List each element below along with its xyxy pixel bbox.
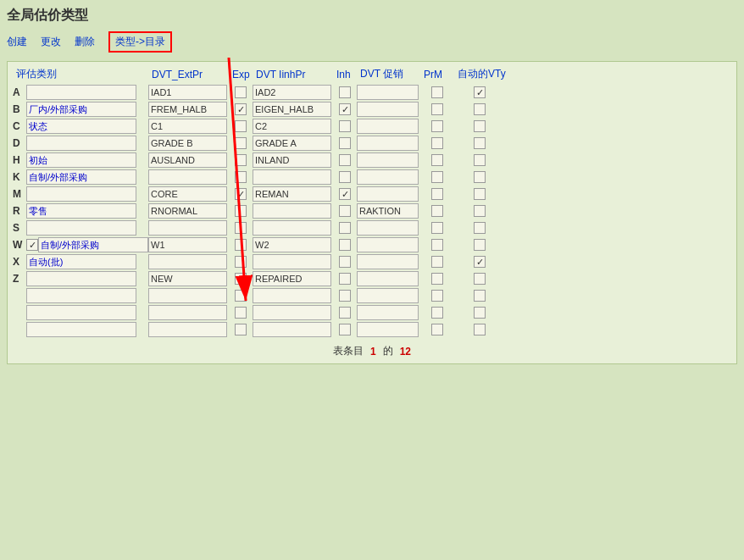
row-label-input[interactable] — [26, 322, 136, 337]
exp-checkbox[interactable] — [235, 239, 247, 251]
dvext-input[interactable] — [148, 220, 227, 236]
exp-checkbox[interactable] — [235, 307, 247, 319]
dvprom-input[interactable] — [357, 305, 419, 320]
inh-checkbox[interactable] — [339, 222, 351, 234]
prm-checkbox[interactable] — [431, 290, 443, 302]
dvext-input[interactable] — [148, 254, 227, 269]
auto-checkbox[interactable] — [474, 137, 486, 149]
row-label-input[interactable] — [26, 136, 136, 151]
dvext-input[interactable] — [148, 237, 227, 252]
exp-checkbox[interactable] — [235, 171, 247, 183]
row-label-input[interactable] — [26, 102, 136, 117]
dvinh-input[interactable] — [253, 136, 331, 151]
dvinh-input[interactable] — [253, 288, 331, 303]
exp-checkbox[interactable] — [235, 324, 247, 335]
row-label-input[interactable] — [26, 169, 136, 185]
inh-checkbox[interactable] — [339, 154, 351, 166]
prm-checkbox[interactable] — [431, 103, 443, 115]
prm-checkbox[interactable] — [431, 171, 443, 183]
dvext-input[interactable] — [148, 152, 227, 168]
prm-checkbox[interactable] — [431, 239, 443, 251]
auto-checkbox[interactable] — [474, 103, 486, 115]
row-label-input[interactable] — [26, 119, 136, 134]
exp-checkbox[interactable] — [235, 256, 247, 268]
row-label-input[interactable] — [38, 237, 148, 252]
inh-checkbox[interactable] — [339, 307, 351, 319]
dvprom-input[interactable] — [357, 102, 419, 117]
dvprom-input[interactable] — [357, 152, 419, 168]
dvext-input[interactable] — [148, 271, 227, 286]
prm-checkbox[interactable] — [431, 154, 443, 166]
prm-checkbox[interactable] — [431, 188, 443, 200]
inh-checkbox[interactable] — [339, 188, 351, 200]
dvprom-input[interactable] — [357, 85, 419, 100]
update-link[interactable]: 更改 — [41, 35, 61, 49]
auto-checkbox[interactable] — [474, 154, 486, 166]
dvprom-input[interactable] — [357, 254, 419, 269]
inh-checkbox[interactable] — [339, 324, 351, 335]
dvprom-input[interactable] — [357, 186, 419, 202]
inh-checkbox[interactable] — [339, 137, 351, 149]
inh-checkbox[interactable] — [339, 273, 351, 285]
dvext-input[interactable] — [148, 203, 227, 219]
inh-checkbox[interactable] — [339, 239, 351, 251]
dvinh-input[interactable] — [253, 305, 331, 320]
auto-checkbox[interactable] — [474, 171, 486, 183]
dvext-input[interactable] — [148, 305, 227, 320]
row-label-input[interactable] — [26, 254, 136, 269]
dvinh-input[interactable] — [253, 152, 331, 168]
inh-checkbox[interactable] — [339, 103, 351, 115]
row-label-input[interactable] — [26, 203, 136, 219]
prm-checkbox[interactable] — [431, 205, 443, 217]
row-label-input[interactable] — [26, 85, 136, 100]
row-label-input[interactable] — [26, 305, 136, 320]
auto-checkbox[interactable] — [474, 205, 486, 217]
dvext-input[interactable] — [148, 169, 227, 185]
prm-checkbox[interactable] — [431, 273, 443, 285]
dvprom-input[interactable] — [357, 288, 419, 303]
dvinh-input[interactable] — [253, 254, 331, 269]
dvinh-input[interactable] — [253, 119, 331, 134]
dvprom-input[interactable] — [357, 220, 419, 236]
row-label-input[interactable] — [26, 288, 136, 303]
inh-checkbox[interactable] — [339, 120, 351, 132]
exp-checkbox[interactable] — [235, 222, 247, 234]
dvext-input[interactable] — [148, 186, 227, 202]
inh-checkbox[interactable] — [339, 171, 351, 183]
dvinh-input[interactable] — [253, 169, 331, 185]
auto-checkbox[interactable] — [474, 290, 486, 302]
exp-checkbox[interactable] — [235, 188, 247, 200]
auto-checkbox[interactable] — [474, 120, 486, 132]
delete-link[interactable]: 删除 — [75, 35, 95, 49]
exp-checkbox[interactable] — [235, 86, 247, 98]
row-label-input[interactable] — [26, 220, 136, 236]
exp-checkbox[interactable] — [235, 120, 247, 132]
exp-checkbox[interactable] — [235, 273, 247, 285]
row-label-checkbox[interactable] — [26, 239, 38, 251]
auto-checkbox[interactable] — [474, 239, 486, 251]
auto-checkbox[interactable] — [474, 307, 486, 319]
exp-checkbox[interactable] — [235, 290, 247, 302]
dvext-input[interactable] — [148, 85, 227, 100]
inh-checkbox[interactable] — [339, 86, 351, 98]
create-link[interactable]: 创建 — [7, 35, 27, 49]
dvinh-input[interactable] — [253, 102, 331, 117]
exp-checkbox[interactable] — [235, 205, 247, 217]
auto-checkbox[interactable] — [474, 86, 486, 98]
dvprom-input[interactable] — [357, 119, 419, 134]
inh-checkbox[interactable] — [339, 290, 351, 302]
dvprom-input[interactable] — [357, 322, 419, 337]
dvinh-input[interactable] — [253, 203, 331, 219]
prm-checkbox[interactable] — [431, 256, 443, 268]
auto-checkbox[interactable] — [474, 273, 486, 285]
dvprom-input[interactable] — [357, 271, 419, 286]
prm-checkbox[interactable] — [431, 120, 443, 132]
dvinh-input[interactable] — [253, 220, 331, 236]
auto-checkbox[interactable] — [474, 324, 486, 335]
type-to-catalog-button[interactable]: 类型->目录 — [108, 31, 172, 53]
prm-checkbox[interactable] — [431, 222, 443, 234]
prm-checkbox[interactable] — [431, 324, 443, 335]
row-label-input[interactable] — [26, 186, 136, 202]
dvprom-input[interactable] — [357, 203, 419, 219]
dvext-input[interactable] — [148, 288, 227, 303]
